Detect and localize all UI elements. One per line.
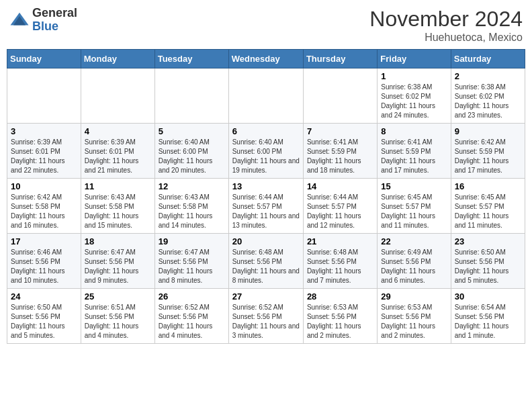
day-number: 17 [11, 236, 77, 246]
day-number: 8 [381, 126, 447, 136]
day-info: Sunrise: 6:42 AM Sunset: 5:58 PM Dayligh… [11, 193, 77, 230]
calendar-cell: 6Sunrise: 6:40 AM Sunset: 6:00 PM Daylig… [228, 124, 303, 179]
day-info: Sunrise: 6:48 AM Sunset: 5:56 PM Dayligh… [307, 248, 373, 285]
day-number: 22 [381, 236, 447, 246]
day-number: 21 [307, 236, 373, 246]
calendar-cell [228, 68, 303, 124]
day-number: 18 [85, 236, 151, 246]
day-number: 10 [11, 181, 77, 191]
calendar-cell: 16Sunrise: 6:45 AM Sunset: 5:57 PM Dayli… [451, 179, 525, 234]
calendar-header-saturday: Saturday [451, 50, 525, 68]
day-info: Sunrise: 6:50 AM Sunset: 5:56 PM Dayligh… [455, 248, 521, 285]
day-number: 16 [455, 181, 521, 191]
calendar-week-row: 24Sunrise: 6:50 AM Sunset: 5:56 PM Dayli… [7, 289, 525, 344]
calendar-header-tuesday: Tuesday [154, 50, 228, 68]
day-number: 20 [232, 236, 300, 246]
day-number: 6 [232, 126, 300, 136]
day-info: Sunrise: 6:38 AM Sunset: 6:02 PM Dayligh… [381, 83, 447, 120]
day-number: 28 [307, 291, 373, 302]
day-number: 4 [85, 126, 151, 136]
day-number: 3 [11, 126, 77, 136]
location: Huehuetoca, Mexico [369, 32, 523, 44]
day-number: 27 [232, 291, 300, 302]
calendar-cell: 25Sunrise: 6:51 AM Sunset: 5:56 PM Dayli… [81, 289, 154, 344]
day-info: Sunrise: 6:41 AM Sunset: 5:59 PM Dayligh… [381, 138, 447, 175]
day-number: 26 [159, 291, 225, 302]
calendar-cell: 23Sunrise: 6:50 AM Sunset: 5:56 PM Dayli… [451, 234, 525, 289]
day-number: 29 [381, 291, 447, 302]
day-info: Sunrise: 6:38 AM Sunset: 6:02 PM Dayligh… [455, 83, 521, 120]
day-number: 9 [455, 126, 521, 136]
day-info: Sunrise: 6:52 AM Sunset: 5:56 PM Dayligh… [232, 303, 300, 340]
calendar-cell: 14Sunrise: 6:44 AM Sunset: 5:57 PM Dayli… [303, 179, 377, 234]
calendar-table: SundayMondayTuesdayWednesdayThursdayFrid… [7, 49, 525, 344]
calendar-cell: 27Sunrise: 6:52 AM Sunset: 5:56 PM Dayli… [228, 289, 303, 344]
calendar-cell: 22Sunrise: 6:49 AM Sunset: 5:56 PM Dayli… [378, 234, 451, 289]
calendar-week-row: 1Sunrise: 6:38 AM Sunset: 6:02 PM Daylig… [7, 68, 525, 124]
calendar-cell [303, 68, 377, 124]
day-info: Sunrise: 6:47 AM Sunset: 5:56 PM Dayligh… [159, 248, 225, 285]
day-info: Sunrise: 6:44 AM Sunset: 5:57 PM Dayligh… [232, 193, 300, 230]
calendar-week-row: 17Sunrise: 6:46 AM Sunset: 5:56 PM Dayli… [7, 234, 525, 289]
calendar-cell: 8Sunrise: 6:41 AM Sunset: 5:59 PM Daylig… [378, 124, 451, 179]
day-number: 24 [11, 291, 77, 302]
calendar-cell: 7Sunrise: 6:41 AM Sunset: 5:59 PM Daylig… [303, 124, 377, 179]
day-info: Sunrise: 6:39 AM Sunset: 6:01 PM Dayligh… [11, 138, 77, 175]
calendar-cell: 15Sunrise: 6:45 AM Sunset: 5:57 PM Dayli… [378, 179, 451, 234]
day-number: 25 [85, 291, 151, 302]
day-info: Sunrise: 6:40 AM Sunset: 6:00 PM Dayligh… [232, 138, 300, 175]
day-number: 11 [85, 181, 151, 191]
logo-icon [9, 10, 30, 30]
calendar-cell: 17Sunrise: 6:46 AM Sunset: 5:56 PM Dayli… [7, 234, 81, 289]
day-info: Sunrise: 6:43 AM Sunset: 5:58 PM Dayligh… [85, 193, 151, 230]
calendar-cell [7, 68, 81, 124]
day-number: 1 [381, 71, 447, 81]
calendar-cell: 30Sunrise: 6:54 AM Sunset: 5:56 PM Dayli… [451, 289, 525, 344]
day-info: Sunrise: 6:45 AM Sunset: 5:57 PM Dayligh… [381, 193, 447, 230]
calendar-cell: 26Sunrise: 6:52 AM Sunset: 5:56 PM Dayli… [154, 289, 228, 344]
calendar-cell: 28Sunrise: 6:53 AM Sunset: 5:56 PM Dayli… [303, 289, 377, 344]
calendar-cell: 3Sunrise: 6:39 AM Sunset: 6:01 PM Daylig… [7, 124, 81, 179]
calendar-week-row: 3Sunrise: 6:39 AM Sunset: 6:01 PM Daylig… [7, 124, 525, 179]
calendar-cell: 5Sunrise: 6:40 AM Sunset: 6:00 PM Daylig… [154, 124, 228, 179]
calendar-header-wednesday: Wednesday [228, 50, 303, 68]
calendar-cell: 13Sunrise: 6:44 AM Sunset: 5:57 PM Dayli… [228, 179, 303, 234]
day-number: 13 [232, 181, 300, 191]
day-info: Sunrise: 6:54 AM Sunset: 5:56 PM Dayligh… [455, 303, 521, 340]
day-info: Sunrise: 6:45 AM Sunset: 5:57 PM Dayligh… [455, 193, 521, 230]
day-info: Sunrise: 6:39 AM Sunset: 6:01 PM Dayligh… [85, 138, 151, 175]
day-info: Sunrise: 6:43 AM Sunset: 5:58 PM Dayligh… [159, 193, 225, 230]
day-number: 12 [159, 181, 225, 191]
day-number: 7 [307, 126, 373, 136]
calendar-cell: 29Sunrise: 6:53 AM Sunset: 5:56 PM Dayli… [378, 289, 451, 344]
logo-blue-text: Blue [32, 20, 77, 34]
calendar-cell: 11Sunrise: 6:43 AM Sunset: 5:58 PM Dayli… [81, 179, 154, 234]
day-info: Sunrise: 6:50 AM Sunset: 5:56 PM Dayligh… [11, 303, 77, 340]
calendar-header-thursday: Thursday [303, 50, 377, 68]
calendar-cell: 1Sunrise: 6:38 AM Sunset: 6:02 PM Daylig… [378, 68, 451, 124]
day-number: 5 [159, 126, 225, 136]
day-info: Sunrise: 6:53 AM Sunset: 5:56 PM Dayligh… [307, 303, 373, 340]
calendar-cell: 18Sunrise: 6:47 AM Sunset: 5:56 PM Dayli… [81, 234, 154, 289]
day-number: 23 [455, 236, 521, 246]
day-info: Sunrise: 6:48 AM Sunset: 5:56 PM Dayligh… [232, 248, 300, 285]
calendar-header-sunday: Sunday [7, 50, 81, 68]
calendar-cell: 2Sunrise: 6:38 AM Sunset: 6:02 PM Daylig… [451, 68, 525, 124]
day-info: Sunrise: 6:41 AM Sunset: 5:59 PM Dayligh… [307, 138, 373, 175]
day-info: Sunrise: 6:49 AM Sunset: 5:56 PM Dayligh… [381, 248, 447, 285]
logo-text: General Blue [32, 7, 77, 34]
day-info: Sunrise: 6:42 AM Sunset: 5:59 PM Dayligh… [455, 138, 521, 175]
calendar-week-row: 10Sunrise: 6:42 AM Sunset: 5:58 PM Dayli… [7, 179, 525, 234]
calendar-cell: 4Sunrise: 6:39 AM Sunset: 6:01 PM Daylig… [81, 124, 154, 179]
day-number: 14 [307, 181, 373, 191]
month-title: November 2024 [369, 7, 523, 32]
day-number: 19 [159, 236, 225, 246]
calendar-cell: 24Sunrise: 6:50 AM Sunset: 5:56 PM Dayli… [7, 289, 81, 344]
day-info: Sunrise: 6:40 AM Sunset: 6:00 PM Dayligh… [159, 138, 225, 175]
day-info: Sunrise: 6:44 AM Sunset: 5:57 PM Dayligh… [307, 193, 373, 230]
calendar-cell: 9Sunrise: 6:42 AM Sunset: 5:59 PM Daylig… [451, 124, 525, 179]
calendar-header-row: SundayMondayTuesdayWednesdayThursdayFrid… [7, 50, 525, 68]
calendar-header-monday: Monday [81, 50, 154, 68]
calendar-cell [154, 68, 228, 124]
page-header: General Blue November 2024 Huehuetoca, M… [7, 7, 525, 44]
